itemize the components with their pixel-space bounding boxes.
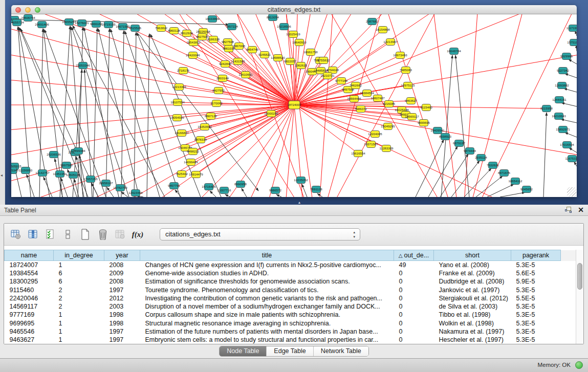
delete-icon[interactable] [96, 228, 110, 241]
table-cell[interactable]: 9463627 [5, 336, 54, 344]
table-cell[interactable]: 0 [394, 319, 434, 327]
table-cell[interactable]: 2008 [104, 277, 140, 286]
column-header-name[interactable]: name [5, 250, 54, 261]
tab-node-table[interactable]: Node Table [220, 346, 267, 356]
table-cell[interactable]: 0 [394, 311, 434, 319]
new-file-icon[interactable] [79, 228, 92, 241]
table-cell[interactable]: Wolkin et al. (1998) [434, 319, 511, 327]
table-row[interactable]: 2242004622012Investigating the contribut… [5, 294, 576, 302]
table-cell[interactable]: 5.3E-5 [511, 336, 561, 344]
table-cell[interactable]: 2 [54, 294, 104, 302]
window-resize-grip[interactable] [567, 187, 576, 196]
table-cell[interactable]: 5.6E-5 [511, 269, 561, 277]
column-header-out_de[interactable]: △out_de... [394, 250, 434, 261]
table-cell[interactable]: Disruption of a novel member of a sodium… [140, 302, 394, 311]
table-row[interactable]: 977716911998Corpus callosum shape and si… [5, 311, 576, 319]
table-cell[interactable]: 2003 [104, 302, 140, 311]
table-cell[interactable]: 9777169 [5, 311, 54, 319]
table-cell[interactable]: Yano et al. (2008) [434, 261, 511, 269]
table-cell[interactable]: 6 [54, 277, 104, 286]
splitter-handle[interactable]: ▲ [296, 201, 302, 204]
scrollbar-thumb[interactable] [577, 263, 582, 290]
table-row[interactable]: 946554611997Estimation of the future num… [5, 327, 576, 336]
table-cell[interactable]: 5.3E-5 [511, 319, 561, 327]
table-cell[interactable]: 0 [394, 327, 434, 336]
table-cell[interactable]: 5.3E-5 [511, 327, 561, 336]
table-cell[interactable]: Tibbo et al. (1998) [434, 311, 511, 319]
table-cell[interactable]: 2008 [104, 261, 140, 269]
node-table[interactable]: namein_degreeyeartitle△out_de...shortpag… [4, 250, 576, 344]
table-cell[interactable]: 19384554 [5, 269, 54, 277]
table-cell[interactable]: Corpus callosum shape and size in male p… [140, 311, 394, 319]
table-cell[interactable]: Changes of HCN gene expression and I(f) … [140, 261, 394, 269]
table-scrollbar[interactable] [576, 250, 583, 344]
table-cell[interactable]: 1997 [104, 336, 140, 344]
table-cell[interactable]: 2 [54, 302, 104, 311]
table-settings-icon[interactable] [9, 228, 23, 241]
table-selector-dropdown[interactable]: citations_edges.txt ▴▾ [160, 228, 360, 240]
column-header-short[interactable]: short [434, 250, 511, 261]
column-header-in_degree[interactable]: in_degree [54, 250, 104, 261]
column-header-year[interactable]: year [104, 250, 140, 261]
table-cell[interactable]: 5.5E-5 [511, 294, 561, 302]
table-cell[interactable]: Embryonic stem cells: a model to study s… [140, 336, 394, 344]
table-cell[interactable]: Tourette syndrome. Phenomenology and cla… [140, 286, 394, 294]
table-cell[interactable]: 5.3E-5 [511, 302, 561, 311]
table-cell[interactable]: 1 [54, 261, 104, 269]
table-cell[interactable]: 22420046 [5, 294, 54, 302]
table-cell[interactable]: Jankovic et al. (1997) [434, 286, 511, 294]
collapse-panel-arrow[interactable]: ◂ [1, 173, 3, 178]
table-cell[interactable]: 0 [394, 302, 434, 311]
table-cell[interactable]: 2012 [104, 294, 140, 302]
citation-network-graph[interactable]: 1883054120506754240557242069140610655257… [11, 14, 577, 197]
table-cell[interactable]: 1 [54, 319, 104, 327]
tab-network-table[interactable]: Network Table [314, 346, 368, 356]
table-cell[interactable]: 5.9E-5 [511, 277, 561, 286]
edit-attributes-icon[interactable] [44, 228, 57, 241]
table-cell[interactable]: 1997 [104, 286, 140, 294]
table-cell[interactable]: 1998 [104, 311, 140, 319]
table-cell[interactable]: 6 [54, 269, 104, 277]
table-cell[interactable]: 5.3E-5 [511, 261, 561, 269]
table-cell[interactable]: Estimation of the future numbers of pati… [140, 327, 394, 336]
table-cell[interactable]: 9115460 [5, 286, 54, 294]
table-cell[interactable]: 0 [394, 294, 434, 302]
table-row[interactable]: 1830029562008Estimation of significance … [5, 277, 576, 286]
row-height-icon[interactable] [61, 228, 75, 241]
table-cell[interactable]: 5.3E-5 [511, 311, 561, 319]
table-cell[interactable]: 1997 [104, 327, 140, 336]
tab-edge-table[interactable]: Edge Table [267, 346, 313, 356]
table-cell[interactable]: 0 [394, 336, 434, 344]
network-window[interactable]: citations_edges.txt 18830541205067542405… [11, 5, 577, 197]
table-cell[interactable]: 1 [54, 336, 104, 344]
column-header-title[interactable]: title [140, 250, 394, 261]
float-panel-icon[interactable] [565, 207, 572, 213]
table-cell[interactable]: 2009 [104, 269, 140, 277]
table-cell[interactable]: Stergiakouli et al. (2012) [434, 294, 511, 302]
memory-status-indicator[interactable] [575, 361, 583, 369]
table-row[interactable]: 1456911722003Disruption of a novel membe… [5, 302, 576, 311]
table-cell[interactable]: 0 [394, 286, 434, 294]
table-cell[interactable]: 18724007 [5, 261, 54, 269]
table-cell[interactable]: Hescheler et al. (1997) [434, 336, 511, 344]
table-cell[interactable]: 18300295 [5, 277, 54, 286]
window-titlebar[interactable]: citations_edges.txt [11, 5, 577, 14]
table-cell[interactable]: Nakamura et al. (1997) [434, 327, 511, 336]
column-header-pagerank[interactable]: pagerank [511, 250, 561, 261]
table-cell[interactable]: 14569117 [5, 302, 54, 311]
table-cell[interactable]: Structural magnetic resonance image aver… [140, 319, 394, 327]
table-row[interactable]: 1938455462009Genome-wide association stu… [5, 269, 576, 277]
function-builder-icon[interactable]: f(x) [131, 228, 144, 241]
table-cell[interactable]: 49 [394, 261, 434, 269]
table-cell[interactable]: 9465546 [5, 327, 54, 336]
table-cell[interactable]: 1 [54, 327, 104, 336]
table-cell[interactable]: 1998 [104, 319, 140, 327]
table-cell[interactable]: Dudbridge et al. (2008) [434, 277, 511, 286]
table-cell[interactable]: Estimation of significance thresholds fo… [140, 277, 394, 286]
table-cell[interactable]: 1 [54, 311, 104, 319]
select-column-icon[interactable] [27, 228, 40, 241]
table-row[interactable]: 911546021997Tourette syndrome. Phenomeno… [5, 286, 576, 294]
table-row[interactable]: 969969511998Structural magnetic resonanc… [5, 319, 576, 327]
table-cell[interactable]: 9699695 [5, 319, 54, 327]
table-cell[interactable]: 5.3E-5 [511, 286, 561, 294]
